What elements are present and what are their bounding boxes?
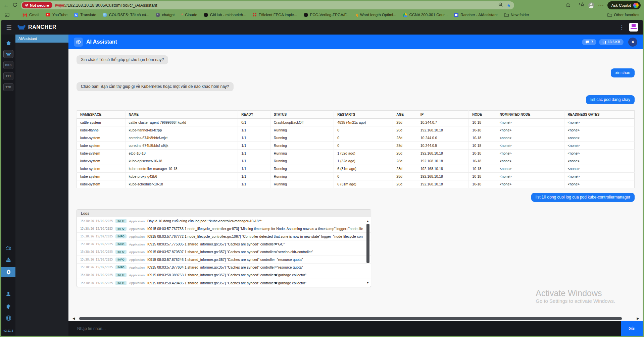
settings-gear-icon[interactable]	[1, 267, 15, 277]
hamburger-menu-icon[interactable]: ☰	[6, 23, 12, 31]
back-icon[interactable]: ←	[3, 2, 9, 8]
log-source: Application	[129, 273, 145, 277]
log-level-badge: INFO	[115, 265, 126, 269]
scroll-right-icon[interactable]: ▶	[637, 317, 639, 320]
session-size-badge: 13.5 KB	[599, 39, 624, 45]
bookmark-fpga[interactable]: Efficient FPGA imple...	[253, 13, 297, 17]
sidebar-panel-icon[interactable]	[5, 12, 9, 17]
word-length-icon: ij	[356, 13, 358, 17]
message-input[interactable]	[68, 321, 621, 336]
cell-namespace: kube-system	[77, 165, 126, 173]
sidebar-item-aiassistant[interactable]: AIAssistant	[15, 35, 68, 43]
harbor-icon[interactable]	[1, 255, 15, 265]
scroll-down-icon[interactable]: ▼	[366, 281, 369, 285]
cell-status: CrashLoopBackOff	[270, 119, 334, 126]
send-button[interactable]: Gửi	[621, 321, 643, 336]
cluster-button-tt1[interactable]: TT1	[3, 72, 13, 80]
cell-node: 10-18	[469, 142, 496, 150]
logs-scroll-thumb[interactable]	[366, 224, 369, 263]
cell-namespace: kube-system	[77, 173, 126, 180]
cluster-button-active[interactable]	[3, 50, 13, 58]
cluster-button-ttp[interactable]: TTP	[3, 83, 13, 91]
bookmark-youtube[interactable]: YouTube	[46, 13, 67, 17]
cell-name: etcd-10-18	[125, 150, 238, 157]
bookmark-ccna[interactable]: CCNA 200-301 Cour...	[403, 12, 448, 17]
cell-ready: 1/1	[238, 134, 270, 142]
bookmark-star-icon[interactable]: ★	[506, 3, 511, 8]
cell-namespace: kube-system	[77, 180, 126, 188]
extensions-puzzle-icon[interactable]	[1, 301, 15, 311]
log-level-badge: INFO	[115, 273, 126, 277]
log-entry: 15:38:26 15/09/2025 INFO Application I09…	[77, 279, 371, 287]
column-header: NODE	[469, 111, 496, 119]
other-favorites-button[interactable]: Other favorites	[607, 12, 639, 17]
cell-nominated-node: <none>	[496, 173, 564, 180]
bookmark-chatgpt[interactable]: * chatgpt	[156, 13, 175, 17]
bookmark-github[interactable]: GitHub - michaeleh...	[204, 13, 246, 17]
cell-readiness-gates: <none>	[564, 165, 634, 173]
profile-avatar[interactable]	[588, 2, 594, 8]
log-source: Application	[129, 281, 145, 285]
cell-ready: 1/1	[238, 150, 270, 157]
cell-status: Running	[270, 134, 334, 142]
bookmark-courses[interactable]: COURSES: Tất cả cá...	[103, 13, 149, 17]
log-message: I0915 08:03:57.877684 1 shared_informer.…	[147, 265, 303, 269]
address-bar[interactable]: ⊘ Not secure https://192.168.10.18:8005/…	[21, 1, 514, 9]
youtube-icon	[46, 13, 50, 16]
horizontal-scrollbar[interactable]: ◀ ▶	[68, 316, 643, 321]
cell-node: 10-18	[469, 165, 496, 173]
bookmark-claude[interactable]: * Claude	[181, 12, 197, 18]
cluster-button-dks[interactable]: DKS	[3, 61, 13, 69]
cell-age: 28d	[393, 180, 417, 188]
cell-age: 28d	[393, 157, 417, 165]
copilot-icon	[633, 3, 639, 8]
log-timestamp: 15:38:26 15/09/2025	[80, 266, 113, 269]
nav-sidebar: AIAssistant	[15, 35, 68, 336]
not-secure-badge[interactable]: ⊘ Not secure	[22, 2, 52, 8]
bookmarks-divider	[16, 12, 16, 17]
rancher-logo[interactable]: RANCHER	[17, 24, 56, 30]
log-source: Application	[129, 219, 145, 223]
log-level-badge: INFO	[115, 219, 126, 223]
globe-icon[interactable]	[1, 313, 15, 323]
bookmark-translate[interactable]: G Translate	[74, 13, 96, 17]
scroll-up-icon[interactable]: ▲	[366, 220, 369, 223]
cell-ready: 1/1	[238, 142, 270, 150]
log-entry: 15:38:26 15/09/2025 INFO Application I09…	[77, 248, 371, 256]
toolbar-divider	[575, 3, 575, 8]
close-button[interactable]: ×	[628, 38, 637, 47]
left-rail: DKS TT1 TTP	[1, 35, 15, 336]
log-timestamp: 15:38:26 15/09/2025	[80, 219, 113, 223]
bookmark-new-folder[interactable]: New folder	[504, 12, 529, 17]
favorites-bar-icon[interactable]	[579, 2, 585, 9]
header-kebab-icon[interactable]: ⋮	[619, 24, 625, 31]
cell-restarts: 0	[334, 126, 393, 134]
home-icon[interactable]	[1, 38, 15, 48]
logs-scrollbar[interactable]: ▲ ▼	[366, 220, 370, 285]
zoom-out-icon[interactable]	[498, 2, 503, 8]
github-icon	[304, 13, 308, 17]
log-source: Application	[129, 250, 145, 254]
column-header: READINESS GATES	[564, 111, 634, 119]
ask-copilot-button[interactable]: Ask Copilot	[607, 1, 641, 9]
cell-name: kube-scheduler-10-18	[125, 180, 238, 188]
cell-node: 10-18	[469, 134, 496, 142]
claude-icon: *	[181, 12, 183, 18]
scroll-left-icon[interactable]: ◀	[72, 317, 75, 320]
table-header-row: NAMESPACENAMEREADYSTATUSRESTARTSAGEIPNOD…	[77, 111, 635, 119]
bookmark-ecg-verilog[interactable]: ECG-Verilog-FPGA/F...	[304, 13, 350, 17]
user-avatar[interactable]	[629, 23, 638, 32]
bookmark-word-length[interactable]: ij Word length Optimi...	[356, 13, 396, 17]
refresh-icon[interactable]	[12, 2, 17, 8]
cell-status: Running	[270, 165, 334, 173]
bookmark-rancher[interactable]: Rancher - AIAssistant	[454, 13, 498, 17]
table-row: kube-system kube-scheduler-10-18 1/1 Run…	[77, 180, 635, 188]
folder-icon	[504, 12, 509, 17]
hscroll-thumb[interactable]	[79, 317, 622, 320]
extensions-icon[interactable]	[566, 2, 571, 9]
browser-menu-icon[interactable]: ⋯	[598, 2, 604, 8]
cell-name: kube-controller-manager-10-18	[125, 165, 238, 173]
bookmark-gmail[interactable]: Gmail	[22, 12, 39, 17]
apps-icon[interactable]	[1, 243, 15, 253]
users-icon[interactable]	[1, 289, 15, 299]
